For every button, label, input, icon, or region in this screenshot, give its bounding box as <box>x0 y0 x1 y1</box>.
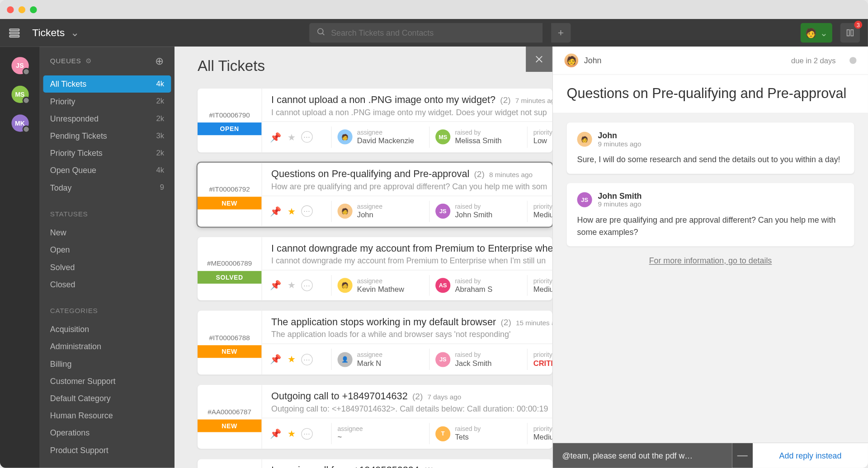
queue-count: 9 <box>160 183 164 192</box>
sidebar-queue-item[interactable]: Open Queue4k <box>40 162 175 179</box>
sidebar-queue-item[interactable]: All Tickets4k <box>43 75 171 93</box>
sidebar-status-item[interactable]: Solved <box>40 258 175 276</box>
rail-avatar[interactable]: JS <box>11 57 28 74</box>
menu-icon[interactable] <box>8 27 24 39</box>
raised-name: Melissa Smith <box>455 136 501 145</box>
section-dropdown[interactable]: Tickets ⌄ <box>32 27 79 39</box>
reply-draft-preview[interactable]: @team, please send out the pdf w… <box>553 443 732 468</box>
svg-line-4 <box>322 33 324 35</box>
priority-value: Medium <box>533 433 552 442</box>
sidebar-queue-item[interactable]: Priority2k <box>40 93 175 110</box>
status-pill: NEW <box>198 197 261 210</box>
add-button[interactable]: + <box>551 23 571 42</box>
categories-header: CATEGORIES <box>40 293 175 320</box>
pin-icon[interactable]: 📌 <box>270 206 282 217</box>
queue-count: 4k <box>156 166 164 175</box>
raised-avatar: AS <box>435 278 450 293</box>
sidebar-queue-item[interactable]: Priority Tickets2k <box>40 145 175 162</box>
pin-icon[interactable]: 📌 <box>270 428 282 439</box>
status-pill: NEW <box>198 419 261 432</box>
sidebar-category-item[interactable]: Acquisition <box>40 321 175 338</box>
rail-avatar[interactable]: MS <box>11 86 28 103</box>
status-label: Open <box>50 245 70 254</box>
go-to-details-link[interactable]: For more information, go to details <box>649 256 772 265</box>
sidebar-queue-item[interactable]: Today9 <box>40 179 175 196</box>
raised-avatar: MS <box>435 130 450 145</box>
raised-avatar: T <box>435 426 450 441</box>
sidebar-category-item[interactable]: Default Category <box>40 389 175 407</box>
sidebar-status-item[interactable]: Open <box>40 241 175 258</box>
sidebar-category-item[interactable]: Product Support <box>40 441 175 459</box>
window-min-dot[interactable] <box>19 6 25 13</box>
more-icon[interactable]: ⋯ <box>301 206 312 217</box>
sidebar-queue-item[interactable]: Unresponded2k <box>40 110 175 127</box>
category-label: Default Category <box>50 393 111 402</box>
add-reply-button[interactable]: Add reply instead <box>753 443 868 468</box>
svg-point-3 <box>317 28 323 34</box>
ticket-card[interactable]: #IT00006792 NEW Questions on Pre-qualify… <box>198 163 552 226</box>
window-close-dot[interactable] <box>7 6 14 13</box>
ticket-id: #AA00006787 <box>208 402 251 419</box>
raised-label: raised by <box>455 351 491 359</box>
add-queue-icon[interactable]: ⊕ <box>155 55 164 67</box>
queue-label: Unresponded <box>50 114 99 123</box>
ticket-reply-count: (2) <box>474 169 484 179</box>
star-icon[interactable]: ★ <box>288 132 296 143</box>
sidebar-status-item[interactable]: Closed <box>40 276 175 293</box>
sidebar-category-item[interactable]: Administration <box>40 338 175 355</box>
status-label: New <box>50 228 66 237</box>
status-pill: SOLVED <box>198 271 261 284</box>
ticket-preview: I cannot downgrade my account from Premi… <box>271 256 552 265</box>
close-panel-button[interactable] <box>526 47 552 72</box>
ticket-card[interactable]: #IT00006790 OPEN I cannot upload a non .… <box>198 89 552 152</box>
svg-rect-1 <box>9 32 19 34</box>
queue-label: Pending Tickets <box>50 131 107 140</box>
ticket-preview: The application loads for a while and br… <box>271 330 552 339</box>
pin-icon[interactable]: 📌 <box>270 132 282 143</box>
more-icon[interactable]: ⋯ <box>301 428 312 439</box>
pin-icon[interactable]: 📌 <box>270 280 282 291</box>
more-icon[interactable]: ⋯ <box>301 354 312 365</box>
sidebar-category-item[interactable]: Billing <box>40 355 175 372</box>
detail-agent-avatar: 🧑 <box>565 53 579 67</box>
sidebar-category-item[interactable]: Operations <box>40 424 175 441</box>
sidebar-queue-item[interactable]: Pending Tickets3k <box>40 127 175 145</box>
user-avatar-icon: 🧑 <box>805 28 816 38</box>
ticket-id: #ME00006789 <box>207 254 252 271</box>
sidebar-category-item[interactable]: Human Resource <box>40 407 175 424</box>
ticket-card[interactable]: #AA00006787 NEW Outgoing call to +184970… <box>198 385 552 449</box>
ticket-card[interactable]: #ME00006789 SOLVED I cannot downgrade my… <box>198 237 552 300</box>
sidebar-status-item[interactable]: New <box>40 224 175 241</box>
msg-author: John <box>598 131 641 140</box>
pin-icon[interactable]: 📌 <box>270 354 282 365</box>
search-input[interactable] <box>331 28 535 37</box>
status-pill: OPEN <box>198 123 261 136</box>
search-box[interactable] <box>309 23 542 42</box>
user-menu[interactable]: 🧑 ⌄ <box>801 23 832 42</box>
window-max-dot[interactable] <box>30 6 37 13</box>
notifications-button[interactable]: 3 <box>840 23 860 42</box>
statuses-header: STATUSES <box>40 196 175 224</box>
status-label: Closed <box>50 280 75 289</box>
category-label: Product Support <box>50 445 108 454</box>
assignee-label: assignee <box>357 203 382 211</box>
category-label: Customer Support <box>50 376 116 385</box>
ticket-card[interactable]: #IT00006788 NEW The application stops wo… <box>198 311 552 374</box>
ticket-title: Incoming call from +19495350204 <box>271 465 419 468</box>
minimize-reply-button[interactable]: — <box>732 443 753 468</box>
status-pill: NEW <box>198 345 261 358</box>
star-icon[interactable]: ★ <box>288 206 296 217</box>
sidebar-category-item[interactable]: Customer Support <box>40 372 175 389</box>
gear-icon[interactable]: ⚙ <box>85 57 92 65</box>
svg-rect-5 <box>847 30 849 36</box>
star-icon[interactable]: ★ <box>288 428 296 439</box>
more-icon[interactable]: ⋯ <box>301 131 312 143</box>
star-icon[interactable]: ★ <box>288 354 296 365</box>
titlebar <box>0 0 868 19</box>
queue-count: 3k <box>156 131 164 140</box>
ticket-left: #AA00006786 <box>198 459 262 468</box>
star-icon[interactable]: ★ <box>288 280 296 291</box>
more-icon[interactable]: ⋯ <box>301 280 312 291</box>
ticket-card[interactable]: #AA00006786 Incoming call from +19495350… <box>198 459 552 468</box>
rail-avatar[interactable]: MK <box>11 115 28 132</box>
